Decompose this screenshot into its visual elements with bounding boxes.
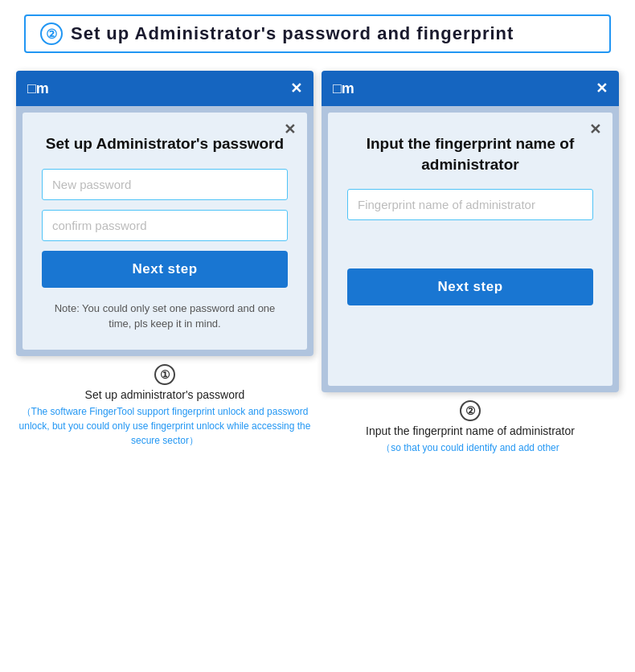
- left-dialog-note: Note: You could only set one password an…: [42, 301, 288, 332]
- left-dialog-title: Set up Administrator's password: [42, 133, 288, 154]
- right-dialog-close[interactable]: ✕: [589, 121, 601, 138]
- header-text: Set up Administrator's password and fing…: [71, 23, 514, 44]
- left-caption-sub: （The software FingerTool support fingerp…: [16, 404, 313, 448]
- left-titlebar: □m ✕: [16, 71, 313, 106]
- right-titlebar-close[interactable]: ✕: [596, 80, 608, 97]
- header-num: ②: [40, 23, 63, 45]
- columns: □m ✕ ✕ Set up Administrator's password N…: [0, 71, 635, 455]
- right-caption-num: ②: [460, 400, 481, 421]
- right-next-step-button[interactable]: Next step: [347, 268, 593, 305]
- left-caption-num: ①: [154, 364, 175, 385]
- left-caption-main: Set up administrator's password: [85, 388, 245, 401]
- left-dialog: ✕ Set up Administrator's password Next s…: [23, 113, 307, 350]
- right-caption: ② Input the fingerprint name of administ…: [322, 400, 619, 455]
- right-titlebar: □m ✕: [322, 71, 619, 106]
- new-password-input[interactable]: [42, 169, 288, 200]
- confirm-password-input[interactable]: [42, 210, 288, 241]
- left-window-body: ✕ Set up Administrator's password Next s…: [16, 106, 313, 356]
- right-logo: □m: [333, 80, 354, 97]
- right-caption-sub: （so that you could identify and add othe…: [381, 440, 559, 455]
- left-caption: ① Set up administrator's password （The s…: [16, 364, 313, 448]
- left-titlebar-close[interactable]: ✕: [290, 80, 302, 97]
- left-window: □m ✕ ✕ Set up Administrator's password N…: [16, 71, 313, 356]
- right-caption-main: Input the fingerprint name of administra…: [366, 424, 575, 437]
- right-dialog-title: Input the fingerprint name of administra…: [347, 133, 593, 174]
- left-logo: □m: [27, 80, 49, 97]
- right-window: □m ✕ ✕ Input the fingerprint name of adm…: [322, 71, 619, 392]
- left-dialog-close[interactable]: ✕: [284, 121, 296, 138]
- right-column: □m ✕ ✕ Input the fingerprint name of adm…: [322, 71, 619, 455]
- fingerprint-name-input[interactable]: [347, 189, 593, 220]
- right-window-body: ✕ Input the fingerprint name of administ…: [322, 106, 619, 392]
- left-column: □m ✕ ✕ Set up Administrator's password N…: [16, 71, 313, 455]
- left-next-step-button[interactable]: Next step: [42, 251, 288, 288]
- right-dialog: ✕ Input the fingerprint name of administ…: [328, 113, 612, 386]
- header-banner: ② Set up Administrator's password and fi…: [24, 14, 611, 53]
